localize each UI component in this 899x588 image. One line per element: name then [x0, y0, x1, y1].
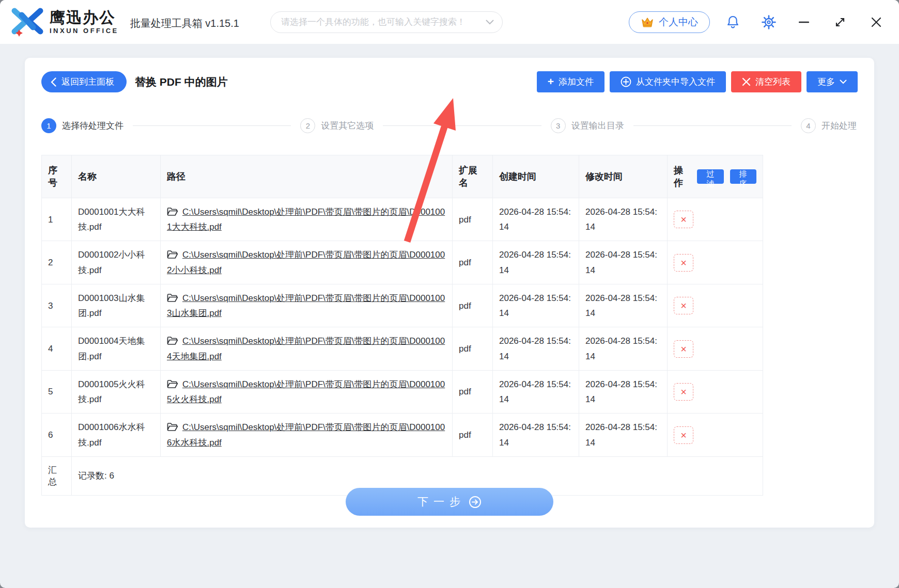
cell-created: 2026-04-28 15:54:14	[493, 414, 579, 456]
step-indicator: 1 选择待处理文件 2 设置其它选项 3 设置输出目录 4 开始处理	[41, 118, 858, 133]
page-title: 替换 PDF 中的图片	[135, 75, 228, 89]
step-1-number: 1	[41, 118, 56, 133]
app-window: 鹰迅办公 INXUN OFFICE 批量处理工具箱 v1.15.1 个人中心	[0, 0, 899, 588]
open-folder-icon	[167, 250, 178, 259]
cell-index: 6	[42, 414, 72, 456]
cell-created: 2026-04-28 15:54:14	[493, 327, 579, 370]
cell-name: D0001003山水集团.pdf	[72, 284, 161, 327]
cell-action: ×	[668, 414, 763, 456]
import-from-folder-button[interactable]: 从文件夹中导入文件	[610, 71, 726, 92]
cell-action: ×	[668, 327, 763, 370]
step-1-label: 选择待处理文件	[62, 120, 123, 132]
step-connector	[633, 125, 792, 126]
user-center-button[interactable]: 个人中心	[629, 11, 710, 33]
bell-icon	[726, 15, 739, 29]
add-files-label: 添加文件	[559, 76, 594, 88]
delete-row-button[interactable]: ×	[674, 340, 693, 358]
step-connector	[383, 125, 541, 126]
function-search-box[interactable]	[270, 11, 503, 33]
file-path-link[interactable]: C:\Users\sqmil\Desktop\处理前\PDF\带页眉\带图片的页…	[167, 379, 445, 404]
cell-path: C:\Users\sqmil\Desktop\处理前\PDF\带页眉\带图片的页…	[161, 414, 453, 456]
chevron-down-icon	[486, 20, 494, 25]
import-from-folder-label: 从文件夹中导入文件	[636, 76, 715, 88]
cell-name: D0001001大大科技.pdf	[72, 198, 161, 241]
file-path-link[interactable]: C:\Users\sqmil\Desktop\处理前\PDF\带页眉\带图片的页…	[167, 207, 445, 232]
step-4-label: 开始处理	[822, 120, 857, 132]
cell-created: 2026-04-28 15:54:14	[493, 241, 579, 284]
cell-ext: pdf	[453, 327, 493, 370]
back-button-label: 返回到主面板	[61, 76, 114, 88]
sort-button[interactable]: 排序	[730, 169, 757, 184]
cell-index: 2	[42, 241, 72, 284]
add-files-button[interactable]: + 添加文件	[537, 71, 605, 92]
cell-index: 5	[42, 370, 72, 413]
clear-list-button[interactable]: 清空列表	[731, 71, 801, 92]
delete-row-button[interactable]: ×	[674, 211, 693, 228]
minimize-button[interactable]	[795, 13, 813, 31]
header-index: 序号	[42, 155, 72, 198]
delete-row-button[interactable]: ×	[674, 297, 693, 314]
cell-ext: pdf	[453, 198, 493, 241]
next-step-label: 下一步	[417, 495, 466, 509]
step-3-output-dir: 3 设置输出目录	[551, 118, 624, 133]
open-folder-icon	[167, 422, 178, 432]
cell-modified: 2026-04-28 15:54:14	[579, 241, 668, 284]
delete-row-button[interactable]: ×	[674, 426, 693, 444]
filter-button[interactable]: 过滤	[697, 169, 724, 184]
notifications-button[interactable]	[723, 13, 742, 31]
file-table-row: 4 D0001004天地集团.pdf C:\Users\sqmil\Deskto…	[42, 327, 763, 370]
cell-action: ×	[668, 198, 763, 241]
step-1-select-files: 1 选择待处理文件	[41, 118, 123, 133]
app-title: 批量处理工具箱 v1.15.1	[130, 17, 239, 30]
cell-path: C:\Users\sqmil\Desktop\处理前\PDF\带页眉\带图片的页…	[161, 327, 453, 370]
cell-name: D0001002小小科技.pdf	[72, 241, 161, 284]
chevron-left-icon	[51, 77, 56, 87]
cell-index: 1	[42, 198, 72, 241]
step-2-number: 2	[300, 118, 315, 133]
step-4-process: 4 开始处理	[801, 118, 857, 133]
close-icon	[871, 17, 881, 27]
cell-modified: 2026-04-28 15:54:14	[579, 327, 668, 370]
file-table-row: 1 D0001001大大科技.pdf C:\Users\sqmil\Deskto…	[42, 198, 763, 241]
cell-path: C:\Users\sqmil\Desktop\处理前\PDF\带页眉\带图片的页…	[161, 284, 453, 327]
file-path-link[interactable]: C:\Users\sqmil\Desktop\处理前\PDF\带页眉\带图片的页…	[167, 293, 445, 318]
file-table-row: 3 D0001003山水集团.pdf C:\Users\sqmil\Deskto…	[42, 284, 763, 327]
cell-name: D0001006水水科技.pdf	[72, 414, 161, 456]
next-step-button[interactable]: 下一步	[346, 488, 553, 516]
page-toolbar: 返回到主面板 替换 PDF 中的图片 + 添加文件 从文件夹中导入文件	[41, 71, 858, 92]
back-to-dashboard-button[interactable]: 返回到主面板	[41, 71, 127, 92]
chevron-down-icon	[840, 80, 847, 84]
file-path-link[interactable]: C:\Users\sqmil\Desktop\处理前\PDF\带页眉\带图片的页…	[167, 250, 445, 275]
cell-path: C:\Users\sqmil\Desktop\处理前\PDF\带页眉\带图片的页…	[161, 241, 453, 284]
cell-index: 4	[42, 327, 72, 370]
file-path-link[interactable]: C:\Users\sqmil\Desktop\处理前\PDF\带页眉\带图片的页…	[167, 336, 445, 361]
step-2-options: 2 设置其它选项	[300, 118, 374, 133]
file-table-body: 1 D0001001大大科技.pdf C:\Users\sqmil\Deskto…	[42, 198, 763, 457]
main-panel: 返回到主面板 替换 PDF 中的图片 + 添加文件 从文件夹中导入文件	[25, 58, 874, 528]
cell-name: D0001004天地集团.pdf	[72, 327, 161, 370]
delete-row-button[interactable]: ×	[674, 383, 693, 401]
file-table: 序号 名称 路径 扩展名 创建时间 修改时间 操作 过滤 排序	[41, 155, 763, 496]
step-connector	[133, 125, 291, 126]
clear-list-label: 清空列表	[755, 76, 791, 88]
more-label: 更多	[817, 76, 835, 88]
brand-name-cn: 鹰迅办公	[50, 10, 119, 25]
titlebar: 鹰迅办公 INXUN OFFICE 批量处理工具箱 v1.15.1 个人中心	[0, 0, 899, 44]
cell-modified: 2026-04-28 15:54:14	[579, 414, 668, 456]
close-button[interactable]	[867, 13, 886, 31]
search-input[interactable]	[281, 17, 486, 27]
open-folder-icon	[167, 293, 178, 303]
delete-row-button[interactable]: ×	[674, 254, 693, 272]
logo-x-icon	[10, 8, 44, 37]
file-table-header-row: 序号 名称 路径 扩展名 创建时间 修改时间 操作 过滤 排序	[42, 155, 763, 198]
cell-ext: pdf	[453, 284, 493, 327]
open-folder-icon	[167, 336, 178, 345]
brand-name-en: INXUN OFFICE	[50, 27, 119, 34]
cell-ext: pdf	[453, 370, 493, 413]
more-button[interactable]: 更多	[807, 71, 858, 92]
maximize-button[interactable]	[831, 13, 849, 31]
maximize-icon	[834, 17, 846, 28]
settings-button[interactable]	[760, 13, 778, 31]
cell-action: ×	[668, 284, 763, 327]
file-path-link[interactable]: C:\Users\sqmil\Desktop\处理前\PDF\带页眉\带图片的页…	[167, 422, 445, 447]
